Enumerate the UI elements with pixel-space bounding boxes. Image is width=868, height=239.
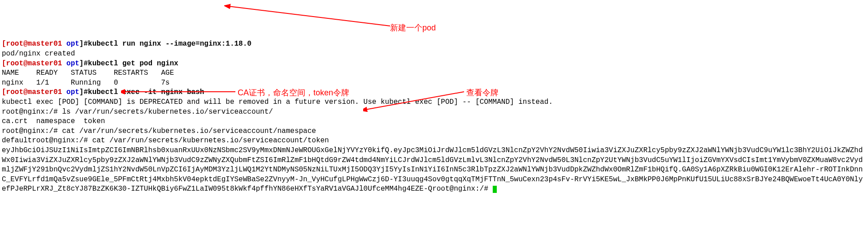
output-deprecated-warning: kubectl exec [POD] [COMMAND] is DEPRECAT… <box>2 98 553 106</box>
prompt-user: [root@master01 <box>2 60 66 68</box>
command-kubectl-exec: kubectl exec -it nginx bash <box>88 88 204 96</box>
command-kubectl-get-pod: kubectl get pod nginx <box>88 60 178 68</box>
annotation-new-pod: 新建一个pod <box>390 22 436 33</box>
inner-command-cat-namespace: root@nginx:/# cat /var/run/secrets/kuber… <box>2 127 316 135</box>
prompt-sep: ]# <box>79 40 88 48</box>
inner-command-ls: root@nginx:/# ls /var/run/secrets/kubern… <box>2 108 273 116</box>
prompt-user: [root@master01 <box>2 88 66 96</box>
output-pod-created: pod/nginx created <box>2 50 75 58</box>
terminal-output: [root@master01 opt]#kubectl run nginx --… <box>2 39 866 194</box>
arrow-icon <box>224 4 395 30</box>
output-ls-result: ca.crt namespace token <box>2 117 105 125</box>
output-pod-row: nginx 1/1 Running 0 7s <box>2 79 169 87</box>
svg-line-0 <box>229 6 390 26</box>
prompt-path: opt <box>66 88 79 96</box>
prompt-path: opt <box>66 60 79 68</box>
inner-command-cat-token: defaultroot@nginx:/# cat /var/run/secret… <box>2 137 329 145</box>
prompt-path: opt <box>66 40 79 48</box>
prompt-sep: ]# <box>79 88 88 96</box>
cursor-icon <box>493 186 497 193</box>
command-kubectl-run: kubectl run nginx --image=nginx:1.18.0 <box>88 40 252 48</box>
prompt-user: [root@master01 <box>2 40 66 48</box>
output-token: eyJhbGciOiJSUzI1NiIsImtpZCI6ImNBRlhsb0xu… <box>2 146 863 193</box>
output-header: NAME READY STATUS RESTARTS AGE <box>2 69 174 77</box>
prompt-sep: ]# <box>79 60 88 68</box>
